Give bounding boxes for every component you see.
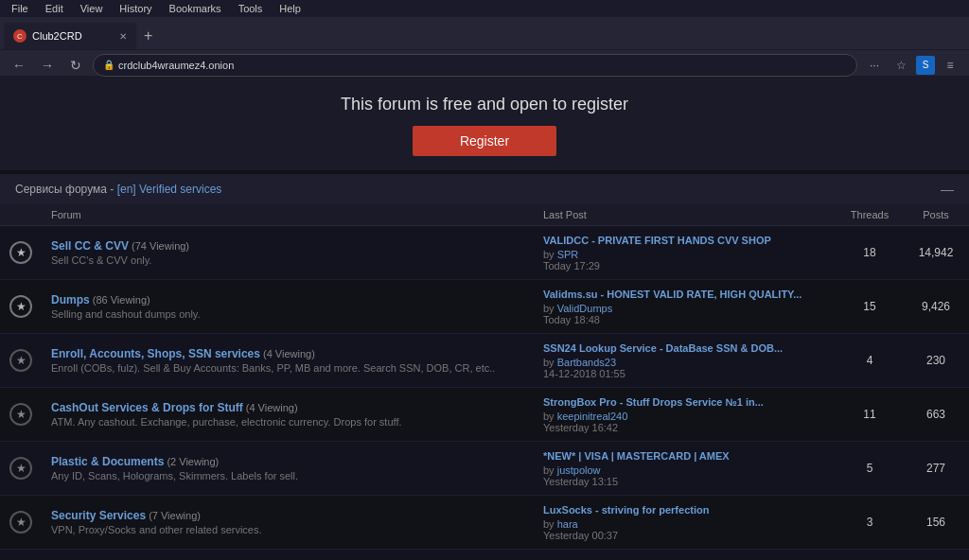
posts-count: 663 xyxy=(903,388,969,442)
firefox-menu-button[interactable]: ≡ xyxy=(939,54,961,77)
menu-item-view[interactable]: View xyxy=(73,0,111,17)
forum-icon-cell: ★ xyxy=(0,280,42,334)
lock-icon: 🔒 xyxy=(103,60,115,70)
forum-name-link[interactable]: Dumps (86 Viewing) xyxy=(51,293,150,306)
last-post-time: 14-12-2018 01:55 xyxy=(543,368,827,379)
sync-button[interactable]: S xyxy=(916,56,935,75)
tab-bar: C Club2CRD ✕ + xyxy=(0,17,969,49)
address-bar[interactable]: 🔒 crdclub4wraumez4.onion xyxy=(93,54,857,77)
last-post-by: by keepinitreal240 xyxy=(543,411,827,422)
forum-description: Sell CC's & CVV only. xyxy=(51,254,524,266)
last-post-cell: VALIDCC - PRIVATE FIRST HANDS CVV SHOPby… xyxy=(534,226,837,280)
last-post-title-link[interactable]: SSN24 Lookup Service - DataBase SSN & DO… xyxy=(543,342,783,354)
menu-item-history[interactable]: History xyxy=(112,0,159,17)
threads-count: 1 xyxy=(837,550,903,561)
forum-description: Enroll (COBs, fulz). Sell & Buy Accounts… xyxy=(51,362,524,374)
forum-viewing-count: (74 Viewing) xyxy=(129,240,189,252)
forum-icon-cell: ★ xyxy=(0,388,42,442)
last-post-by: by SPR xyxy=(543,249,827,260)
forum-star-icon: ★ xyxy=(9,511,32,534)
section-title-en-link[interactable]: [en] Verified services xyxy=(117,183,222,196)
nav-bar: ← → ↻ 🔒 crdclub4wraumez4.onion ··· ☆ S ≡ xyxy=(0,49,969,79)
menu-item-help[interactable]: Help xyxy=(272,0,308,17)
forum-viewing-count: (4 Viewing) xyxy=(260,348,315,359)
last-post-cell: *NEW* | VISA | MASTERCARD | AMEXby justp… xyxy=(534,442,837,496)
threads-count: 3 xyxy=(837,496,903,550)
forum-description: Any ID, Scans, Holograms, Skimmers. Labe… xyxy=(51,470,524,481)
last-post-by: by Bartbands23 xyxy=(543,357,827,368)
browser-chrome: C Club2CRD ✕ + ← → ↻ 🔒 crdclub4wraumez4.… xyxy=(0,17,969,76)
forum-name-cell: Enroll, Accounts, Shops, SSN services (4… xyxy=(42,334,534,388)
bookmark-button[interactable]: ☆ xyxy=(890,54,912,77)
forum-icon-cell: ★ xyxy=(0,496,42,550)
table-row: ★Enroll, Accounts, Shops, SSN services (… xyxy=(0,334,969,388)
forum-viewing-count: (2 Viewing) xyxy=(164,456,219,467)
tab-close-button[interactable]: ✕ xyxy=(119,31,127,42)
forum-icon-cell: ★ xyxy=(0,550,42,561)
posts-count: 230 xyxy=(903,334,969,388)
forward-button[interactable]: → xyxy=(36,54,59,77)
forum-star-icon: ★ xyxy=(9,349,32,372)
forum-star-icon: ★ xyxy=(9,241,32,264)
last-post-by: by justpolow xyxy=(543,464,827,476)
forum-name-link[interactable]: Enroll, Accounts, Shops, SSN services (4… xyxy=(51,347,315,360)
forum-star-icon: ★ xyxy=(9,295,32,318)
register-button[interactable]: Register xyxy=(413,126,556,156)
forum-description: ATM. Any cashout. Exchange, purchase, el… xyxy=(51,416,524,428)
table-row: ★Dumps (86 Viewing)Selling and cashout d… xyxy=(0,280,969,334)
posts-count: 11 xyxy=(903,550,969,561)
threads-count: 5 xyxy=(837,442,903,496)
last-post-by: by hara xyxy=(543,518,827,530)
last-post-title-link[interactable]: *NEW* | VISA | MASTERCARD | AMEX xyxy=(543,450,730,462)
last-post-author: SPR xyxy=(557,249,579,260)
active-tab[interactable]: C Club2CRD ✕ xyxy=(4,23,136,49)
tab-title: Club2CRD xyxy=(32,30,82,42)
forum-name-link[interactable]: CashOut Services & Drops for Stuff (4 Vi… xyxy=(51,401,298,414)
table-row: ★Security Services (7 Viewing)VPN, Proxy… xyxy=(0,496,969,550)
col-header-forum: Forum xyxy=(42,204,534,226)
refresh-button[interactable]: ↻ xyxy=(64,54,87,77)
threads-count: 4 xyxy=(837,334,903,388)
menu-item-file[interactable]: File xyxy=(4,0,36,17)
col-header-last-post: Last Post xyxy=(534,204,837,226)
tab-favicon: C xyxy=(13,29,26,43)
col-header-icon xyxy=(0,204,42,226)
last-post-time: Yesterday 16:42 xyxy=(543,422,827,433)
forum-star-icon: ★ xyxy=(9,403,32,426)
page-content: This forum is free and open to register … xyxy=(0,76,969,560)
menu-item-edit[interactable]: Edit xyxy=(38,0,71,17)
table-row: ★CashOut Services & Drops for Stuff (4 V… xyxy=(0,388,969,442)
last-post-cell: LuxSocks - striving for perfectionby har… xyxy=(534,496,837,550)
table-header-row: Forum Last Post Threads Posts xyxy=(0,204,969,226)
forum-name-link[interactable]: Sell CC & CVV (74 Viewing) xyxy=(51,239,189,253)
threads-count: 18 xyxy=(837,226,903,280)
last-post-cell: SSN24 Lookup Service - DataBase SSN & DO… xyxy=(534,334,837,388)
last-post-title-link[interactable]: VALIDCC - PRIVATE FIRST HANDS CVV SHOP xyxy=(543,235,771,246)
last-post-title-link[interactable]: LuxSocks - striving for perfection xyxy=(543,504,709,516)
more-button[interactable]: ··· xyxy=(863,54,886,77)
menu-item-bookmarks[interactable]: Bookmarks xyxy=(162,0,229,17)
forum-header-title: This forum is free and open to register xyxy=(0,95,969,114)
last-post-title-link[interactable]: Validms.su - HONEST VALID RATE, HIGH QUA… xyxy=(543,289,802,300)
new-tab-button[interactable]: + xyxy=(138,23,158,49)
last-post-time: Today 17:29 xyxy=(543,260,827,271)
last-post-cell: † POWER TRAVEL † HOTEL, AVIA, CARSby led… xyxy=(534,550,837,561)
forum-icon-cell: ★ xyxy=(0,334,42,388)
forum-viewing-count: (4 Viewing) xyxy=(243,402,298,413)
last-post-time: Yesterday 13:15 xyxy=(543,476,827,487)
menu-bar: const d = JSON.parse(document.getElement… xyxy=(0,0,969,17)
last-post-cell: Validms.su - HONEST VALID RATE, HIGH QUA… xyxy=(534,280,837,334)
forum-name-cell: Plastic & Documents (2 Viewing)Any ID, S… xyxy=(42,442,534,496)
menu-item-tools[interactable]: Tools xyxy=(231,0,271,17)
section-collapse-button[interactable]: — xyxy=(941,182,954,197)
back-button[interactable]: ← xyxy=(8,54,30,77)
forum-name-link[interactable]: Plastic & Documents (2 Viewing) xyxy=(51,455,219,468)
forum-name-link[interactable]: Security Services (7 Viewing) xyxy=(51,509,201,522)
last-post-time: Yesterday 00:37 xyxy=(543,530,827,541)
threads-count: 15 xyxy=(837,280,903,334)
last-post-title-link[interactable]: StrongBox Pro - Stuff Drops Service №1 i… xyxy=(543,396,764,408)
posts-count: 9,426 xyxy=(903,280,969,334)
forum-header: This forum is free and open to register … xyxy=(0,76,969,170)
last-post-time: Today 18:48 xyxy=(543,314,827,325)
forum-name-cell: Security Services (7 Viewing)VPN, Proxy/… xyxy=(42,496,534,550)
